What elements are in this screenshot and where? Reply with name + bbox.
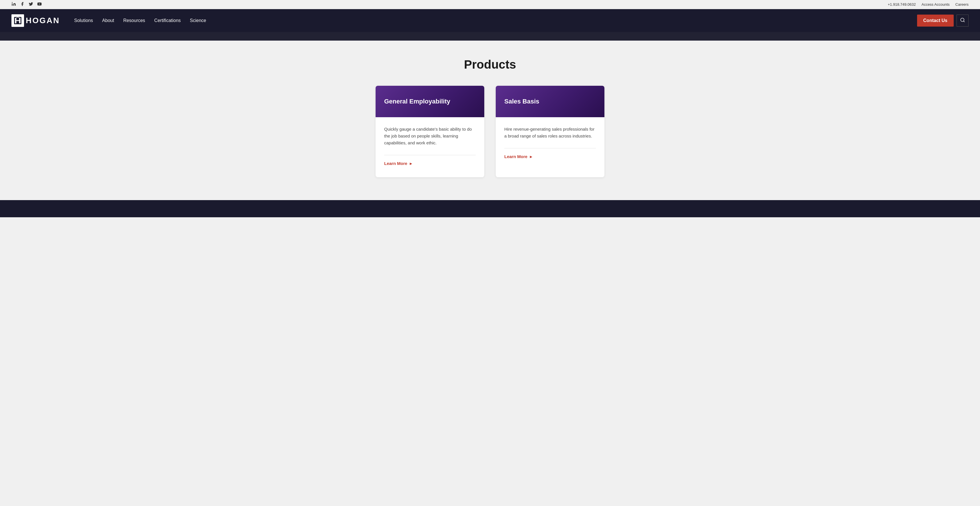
nav-left: HOGAN Solutions About Resources Certific…	[11, 14, 206, 27]
logo-text: HOGAN	[26, 16, 60, 25]
nav-resources[interactable]: Resources	[123, 18, 145, 23]
linkedin-icon[interactable]	[11, 2, 16, 7]
cards-container: General Employability Quickly gauge a ca…	[318, 86, 662, 177]
youtube-icon[interactable]	[37, 2, 42, 7]
search-button[interactable]	[956, 14, 969, 27]
footer	[0, 200, 980, 217]
nav-science[interactable]: Science	[190, 18, 206, 23]
nav-about[interactable]: About	[102, 18, 114, 23]
svg-line-2	[963, 21, 964, 22]
top-bar: +1.918.749.0632 Access Accounts Careers	[0, 0, 980, 9]
page-title: Products	[11, 58, 969, 71]
card-description-sales-basis: Hire revenue-generating sales profession…	[504, 126, 596, 140]
social-links	[11, 2, 42, 7]
careers-link[interactable]: Careers	[955, 2, 969, 6]
card-title-general-employability: General Employability	[384, 97, 450, 106]
nav-solutions[interactable]: Solutions	[74, 18, 93, 23]
nav-links: Solutions About Resources Certifications…	[74, 18, 206, 23]
card-body-sales-basis: Hire revenue-generating sales profession…	[496, 117, 605, 170]
learn-more-arrow-1: ►	[409, 161, 413, 166]
nav-certifications[interactable]: Certifications	[154, 18, 180, 23]
learn-more-general-employability[interactable]: Learn More ►	[384, 161, 413, 171]
access-accounts-link[interactable]: Access Accounts	[921, 2, 950, 6]
contact-us-button[interactable]: Contact Us	[917, 14, 954, 27]
learn-more-sales-basis[interactable]: Learn More ►	[504, 154, 533, 165]
card-description-general-employability: Quickly gauge a candidate's basic abilit…	[384, 126, 476, 146]
facebook-icon[interactable]	[20, 2, 25, 7]
nav-right: Contact Us	[917, 14, 969, 27]
card-sales-basis: Sales Basis Hire revenue-generating sale…	[496, 86, 605, 177]
sub-nav	[0, 32, 980, 41]
main-content: Products General Employability Quickly g…	[0, 41, 980, 200]
logo[interactable]: HOGAN	[11, 14, 60, 27]
card-title-sales-basis: Sales Basis	[504, 97, 539, 106]
search-icon	[960, 17, 965, 24]
card-header-general-employability: General Employability	[375, 86, 484, 117]
twitter-icon[interactable]	[29, 2, 33, 7]
navbar: HOGAN Solutions About Resources Certific…	[0, 9, 980, 32]
top-bar-links: +1.918.749.0632 Access Accounts Careers	[888, 2, 969, 6]
phone-number: +1.918.749.0632	[888, 2, 916, 6]
card-body-general-employability: Quickly gauge a candidate's basic abilit…	[375, 117, 484, 177]
learn-more-arrow-2: ►	[529, 154, 533, 159]
logo-icon	[11, 14, 24, 27]
card-header-sales-basis: Sales Basis	[496, 86, 605, 117]
card-general-employability: General Employability Quickly gauge a ca…	[375, 86, 484, 177]
